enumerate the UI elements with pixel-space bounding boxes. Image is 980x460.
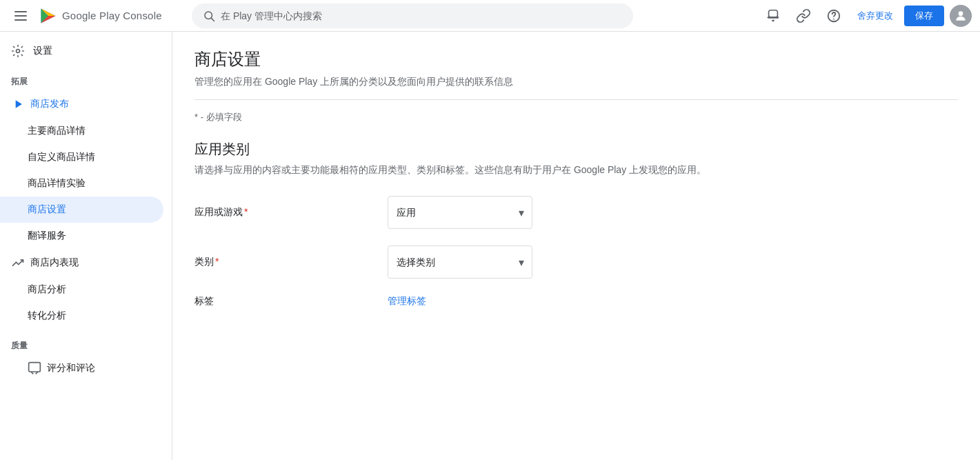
custom-store-details-label: 自定义商品详情	[28, 151, 95, 163]
logo-area: Google Play Console	[39, 6, 162, 26]
play-arrow-icon	[11, 97, 25, 111]
store-performance-label: 商店内表现	[30, 257, 79, 269]
store-publish-label: 商店发布	[30, 98, 69, 110]
tags-row: 标签 管理标签	[194, 295, 958, 308]
main-layout: 设置 拓展 商店发布 主要商品详情 自定义商品详情 商品详情实验 商店设置 翻译…	[0, 32, 980, 460]
link-icon	[796, 8, 811, 23]
topbar-right: 舍弃更改 保存	[761, 3, 972, 28]
sidebar: 设置 拓展 商店发布 主要商品详情 自定义商品详情 商品详情实验 商店设置 翻译…	[0, 32, 172, 460]
svg-point-7	[959, 11, 963, 16]
conversion-analytics-label: 转化分析	[28, 310, 66, 322]
app-or-game-label: 应用或游戏*	[194, 206, 388, 219]
rating-reviews-label: 评分和评论	[47, 362, 95, 374]
store-settings-label: 商店设置	[28, 203, 66, 216]
bell-icon	[766, 8, 781, 23]
expand-section-label: 拓展	[0, 65, 172, 90]
app-or-game-row: 应用或游戏* 应用 游戏	[194, 196, 958, 229]
translation-services-label: 翻译服务	[28, 230, 66, 242]
category-select[interactable]: 选择类别	[388, 246, 532, 279]
section-description: 请选择与应用的内容或主要功能最相符的应用类型、类别和标签。这些信息有助于用户在 …	[194, 164, 958, 177]
svg-rect-9	[29, 363, 41, 372]
hamburger-icon	[14, 11, 27, 21]
required-note: * - 必填字段	[194, 111, 958, 123]
svg-point-6	[833, 18, 834, 19]
store-details-experiment-label: 商品详情实验	[28, 177, 86, 190]
trend-icon	[11, 256, 25, 270]
category-row: 类别* 选择类别	[194, 246, 958, 279]
page-description: 管理您的应用在 Google Play 上所属的分类以及您面向用户提供的联系信息	[194, 76, 958, 88]
app-or-game-select-wrapper: 应用 游戏	[388, 196, 532, 229]
svg-point-8	[17, 50, 20, 53]
sidebar-item-rating-reviews[interactable]: 评分和评论	[0, 354, 163, 382]
sidebar-item-conversion-analytics[interactable]: 转化分析	[0, 303, 163, 329]
category-select-wrapper: 选择类别	[388, 246, 532, 279]
play-logo-icon	[39, 6, 58, 26]
search-icon	[203, 10, 215, 22]
app-title: Google Play Console	[62, 10, 162, 21]
save-button[interactable]: 保存	[904, 6, 944, 26]
page-title: 商店设置	[194, 48, 958, 70]
svg-line-1	[211, 18, 214, 21]
quality-section-label: 质量	[0, 329, 172, 354]
sidebar-item-store-analytics[interactable]: 商店分析	[0, 277, 163, 303]
store-analytics-label: 商店分析	[28, 283, 66, 296]
rating-icon	[28, 361, 41, 375]
settings-label: 设置	[33, 45, 52, 57]
sidebar-item-store-details-experiment[interactable]: 商品详情实验	[0, 170, 163, 197]
discard-button[interactable]: 舍弃更改	[852, 6, 899, 26]
avatar-button[interactable]	[950, 5, 972, 27]
help-button[interactable]	[821, 3, 846, 28]
help-icon	[826, 8, 841, 23]
gear-icon	[11, 44, 25, 58]
svg-rect-3	[768, 16, 779, 18]
svg-rect-2	[769, 10, 778, 17]
divider	[194, 99, 958, 100]
sidebar-item-main-store-details[interactable]: 主要商品详情	[0, 118, 163, 144]
sidebar-item-settings[interactable]: 设置	[0, 37, 172, 65]
link-button[interactable]	[791, 3, 816, 28]
svg-rect-4	[772, 19, 774, 21]
sidebar-item-translation-services[interactable]: 翻译服务	[0, 223, 163, 249]
app-or-game-select[interactable]: 应用 游戏	[388, 196, 532, 229]
manage-tags-link[interactable]: 管理标签	[388, 295, 426, 308]
sidebar-item-store-publish[interactable]: 商店发布	[0, 90, 163, 118]
category-label: 类别*	[194, 256, 388, 268]
avatar-icon	[954, 9, 968, 23]
menu-button[interactable]	[8, 3, 33, 28]
search-input[interactable]	[221, 10, 622, 21]
notifications-button[interactable]	[761, 3, 786, 28]
save-discard-area: 舍弃更改 保存	[852, 6, 944, 26]
topbar: Google Play Console	[0, 0, 980, 32]
section-title: 应用类别	[194, 140, 958, 159]
search-bar[interactable]	[192, 3, 633, 28]
main-content: 商店设置 管理您的应用在 Google Play 上所属的分类以及您面向用户提供…	[172, 32, 980, 460]
tags-label: 标签	[194, 295, 388, 308]
sidebar-item-store-performance[interactable]: 商店内表现	[0, 249, 163, 277]
sidebar-item-custom-store-details[interactable]: 自定义商品详情	[0, 144, 163, 170]
main-store-details-label: 主要商品详情	[28, 125, 86, 137]
sidebar-item-store-settings[interactable]: 商店设置	[0, 197, 163, 223]
topbar-left: Google Play Console	[8, 3, 181, 28]
